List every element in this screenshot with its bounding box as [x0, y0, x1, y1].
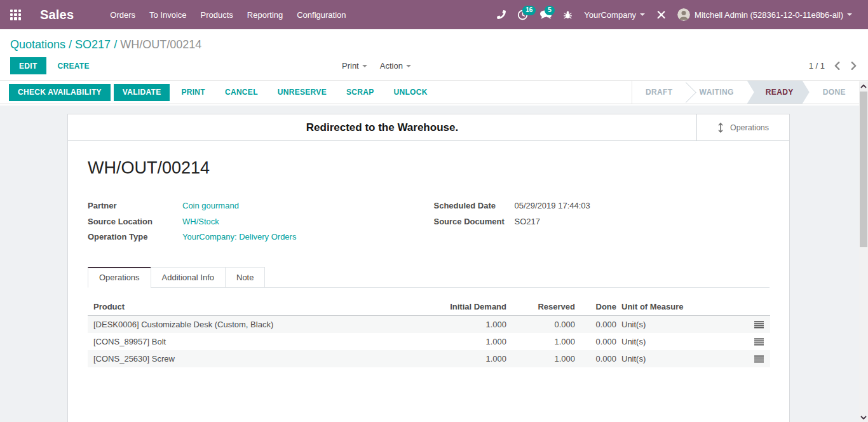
table-row-bolt[interactable]: [CONS_89957] Bolt 1.000 1.000 0.000 Unit… — [88, 333, 770, 350]
action-menu-label: Action — [380, 61, 403, 71]
breadcrumb-separator: / — [114, 38, 117, 51]
systray: 16 5 YourCompany Mitchell Admin (528361-… — [491, 4, 858, 25]
status-step-draft[interactable]: DRAFT — [632, 81, 686, 104]
col-header-uom[interactable]: Unit of Measure — [619, 298, 747, 316]
menu-to-invoice[interactable]: To Invoice — [142, 4, 194, 25]
caret-down-icon — [640, 13, 645, 16]
pager-next-button[interactable] — [850, 60, 858, 71]
edit-button[interactable]: EDIT — [10, 57, 46, 74]
status-step-waiting[interactable]: WAITING — [686, 81, 747, 104]
validate-button[interactable]: VALIDATE — [114, 84, 170, 101]
table-row-screw[interactable]: [CONS_25630] Screw 1.000 1.000 0.000 Uni… — [88, 350, 770, 367]
col-header-initial-demand[interactable]: Initial Demand — [445, 298, 509, 316]
action-menu[interactable]: Action — [380, 61, 411, 71]
operations-stat-button[interactable]: Operations — [696, 114, 789, 140]
row-details-icon[interactable] — [754, 355, 764, 363]
operations-stat-label: Operations — [730, 123, 769, 132]
create-button[interactable]: CREATE — [50, 57, 97, 74]
table-row-desk0006[interactable]: [DESK0006] Customizable Desk (Custom, Bl… — [88, 315, 770, 333]
notebook-tabs: Operations Additional Info Note — [88, 267, 770, 288]
print-menu[interactable]: Print — [342, 61, 367, 71]
scroll-up-icon[interactable] — [859, 81, 868, 91]
col-header-done[interactable]: Done — [578, 298, 619, 316]
activities-button[interactable]: 16 — [512, 5, 534, 25]
caret-down-icon — [847, 13, 852, 16]
product-cell: [CONS_89957] Bolt — [88, 333, 445, 350]
scrap-button[interactable]: SCRAP — [338, 84, 383, 101]
debug-button[interactable] — [557, 6, 578, 24]
field-partner: Partner Coin gourmand — [88, 201, 424, 211]
top-navbar: Sales Orders To Invoice Products Reporti… — [0, 0, 868, 29]
sort-vertical-icon — [717, 122, 724, 133]
app-brand[interactable]: Sales — [40, 8, 74, 22]
status-step-ready[interactable]: READY — [747, 81, 810, 104]
table-header-row: Product Initial Demand Reserved Done Uni… — [88, 298, 770, 316]
user-menu-label: Mitchell Admin (528361-12-0-11e8b6-all) — [695, 10, 843, 20]
source-location-value-link[interactable]: WH/Stock — [182, 217, 219, 227]
form-sheet: Redirected to the Warehouse. Operations … — [67, 114, 790, 422]
check-availability-button[interactable]: CHECK AVAILABILITY — [9, 84, 111, 101]
user-menu[interactable]: Mitchell Admin (528361-12-0-11e8b6-all) — [672, 4, 858, 25]
field-source-document: Source Document SO217 — [434, 217, 770, 227]
messages-button[interactable]: 5 — [534, 5, 557, 24]
breadcrumb-current: WH/OUT/00214 — [120, 38, 201, 51]
document-title: WH/OUT/00214 — [88, 158, 770, 178]
col-header-reserved[interactable]: Reserved — [509, 298, 578, 316]
sheet-header: Redirected to the Warehouse. Operations — [68, 114, 789, 141]
row-details-icon[interactable] — [754, 321, 764, 329]
field-scheduled-date: Scheduled Date 05/29/2019 17:44:03 — [434, 201, 770, 211]
main-menu: Orders To Invoice Products Reporting Con… — [103, 4, 353, 25]
initial-demand-cell: 1.000 — [445, 333, 509, 350]
partner-label: Partner — [88, 201, 182, 211]
col-header-product[interactable]: Product — [88, 298, 445, 316]
caret-down-icon — [406, 65, 411, 67]
vertical-scrollbar[interactable] — [859, 81, 868, 422]
breadcrumb-link-so217[interactable]: SO217 — [75, 38, 111, 51]
tools-button[interactable] — [651, 6, 672, 24]
row-details-icon[interactable] — [754, 338, 764, 346]
tab-operations[interactable]: Operations — [88, 267, 151, 288]
initial-demand-cell: 1.000 — [445, 315, 509, 333]
partner-value-link[interactable]: Coin gourmand — [182, 201, 239, 211]
menu-reporting[interactable]: Reporting — [240, 4, 290, 25]
pager-next-icon — [851, 62, 857, 70]
breadcrumb-link-quotations[interactable]: Quotations — [10, 38, 65, 51]
scrollbar-thumb[interactable] — [860, 92, 867, 247]
done-cell: 0.000 — [578, 315, 619, 333]
cancel-button[interactable]: CANCEL — [217, 84, 266, 101]
reserved-cell: 1.000 — [509, 333, 578, 350]
menu-orders[interactable]: Orders — [103, 4, 142, 25]
uom-cell: Unit(s) — [619, 333, 747, 350]
initial-demand-cell: 1.000 — [445, 350, 509, 367]
product-cell: [CONS_25630] Screw — [88, 350, 445, 367]
menu-products[interactable]: Products — [194, 4, 240, 25]
status-step-done[interactable]: DONE — [810, 81, 859, 104]
source-document-value: SO217 — [515, 217, 540, 227]
operations-table: Product Initial Demand Reserved Done Uni… — [88, 298, 770, 367]
pager-previous-button[interactable] — [833, 60, 841, 71]
control-panel: Quotations/SO217/WH/OUT/00214 EDIT CREAT… — [0, 29, 868, 80]
scheduled-date-label: Scheduled Date — [434, 201, 515, 211]
scroll-down-icon[interactable] — [859, 412, 868, 422]
pager-value[interactable]: 1 / 1 — [809, 61, 825, 71]
print-button[interactable]: PRINT — [173, 84, 214, 101]
tab-note[interactable]: Note — [225, 267, 265, 288]
uom-cell: Unit(s) — [619, 350, 747, 367]
reserved-cell: 1.000 — [509, 350, 578, 367]
unlock-button[interactable]: UNLOCK — [385, 84, 435, 101]
voip-button[interactable] — [491, 6, 512, 24]
warehouse-banner: Redirected to the Warehouse. — [68, 114, 696, 140]
apps-menu-icon[interactable] — [10, 10, 21, 20]
unreserve-button[interactable]: UNRESERVE — [269, 84, 335, 101]
caret-down-icon — [362, 65, 367, 67]
menu-configuration[interactable]: Configuration — [290, 4, 353, 25]
reserved-cell: 0.000 — [509, 315, 578, 333]
operation-type-label: Operation Type — [88, 232, 182, 242]
field-operation-type: Operation Type YourCompany: Delivery Ord… — [88, 232, 424, 242]
operation-type-value-link[interactable]: YourCompany: Delivery Orders — [182, 232, 296, 242]
col-header-details — [747, 298, 770, 316]
bug-icon — [563, 10, 573, 20]
tab-additional-info[interactable]: Additional Info — [151, 267, 226, 288]
company-menu[interactable]: YourCompany — [578, 6, 651, 24]
uom-cell: Unit(s) — [619, 315, 747, 333]
